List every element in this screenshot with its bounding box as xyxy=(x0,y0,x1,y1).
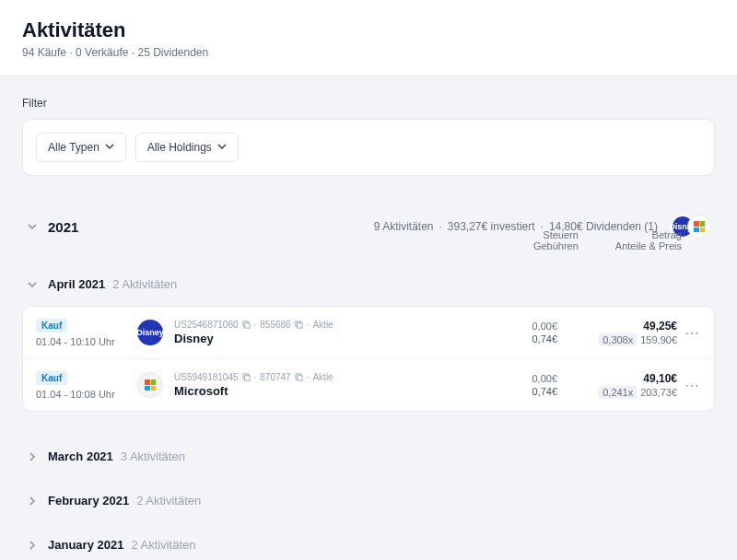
chevron-down-icon xyxy=(26,220,39,233)
copy-icon[interactable] xyxy=(242,321,251,329)
filter-panel: Alle Typen Alle Holdings xyxy=(22,119,715,176)
month-header-february[interactable]: February 2021 2 Aktivitäten xyxy=(22,478,715,522)
activity-tax-fee: 0,00€ 0,74€ xyxy=(484,373,557,397)
activity-type-badge: Kauf xyxy=(36,371,67,385)
microsoft-logo-icon xyxy=(137,372,163,398)
activity-type-badge: Kauf xyxy=(36,319,67,332)
chevron-down-icon xyxy=(105,141,114,154)
activity-amount: 49,10€ 0,241x203,73€ xyxy=(557,372,677,398)
more-actions-button[interactable]: ⋯ xyxy=(683,324,701,342)
year-title: 2021 xyxy=(48,219,78,235)
more-actions-button[interactable]: ⋯ xyxy=(683,377,701,394)
filter-types-dropdown[interactable]: Alle Typen xyxy=(36,133,126,162)
chevron-down-icon xyxy=(217,141,227,154)
month-header-january[interactable]: January 2021 2 Aktivitäten xyxy=(22,522,715,560)
svg-rect-5 xyxy=(244,376,249,380)
page-header: Aktivitäten 94 Käufe · 0 Verkäufe · 25 D… xyxy=(0,0,737,76)
copy-icon[interactable] xyxy=(295,321,303,329)
header-summary: 94 Käufe · 0 Verkäufe · 25 Dividenden xyxy=(22,46,715,59)
activity-row[interactable]: Kauf 01.04 - 10:08 Uhr US5949181045 · 87… xyxy=(23,358,714,411)
month-header-march[interactable]: March 2021 3 Aktivitäten xyxy=(22,434,715,478)
activity-name: Disney xyxy=(174,332,484,345)
svg-rect-3 xyxy=(297,323,301,328)
activity-name: Microsoft xyxy=(174,384,484,398)
activity-date: 01.04 - 10:10 Uhr xyxy=(36,336,137,347)
activity-row[interactable]: Kauf 01.04 - 10:10 Uhr Disney US25468710… xyxy=(23,307,714,358)
activity-meta: US5949181045 · 870747 · Aktie xyxy=(174,372,484,382)
filter-holdings-dropdown[interactable]: Alle Holdings xyxy=(135,133,239,162)
activity-list: Kauf 01.04 - 10:10 Uhr Disney US25468710… xyxy=(22,306,715,412)
chevron-right-icon xyxy=(26,450,39,463)
copy-icon[interactable] xyxy=(242,373,251,381)
microsoft-logo-icon xyxy=(687,215,711,239)
activity-meta: US2546871060 · 855686 · Aktie xyxy=(174,320,484,330)
month-header-april[interactable]: April 2021 2 Aktivitäten xyxy=(22,268,715,300)
chevron-down-icon xyxy=(26,278,39,291)
svg-rect-1 xyxy=(244,323,249,328)
chevron-right-icon xyxy=(26,539,39,552)
svg-rect-7 xyxy=(297,376,301,380)
activity-tax-fee: 0,00€ 0,74€ xyxy=(484,321,557,344)
copy-icon[interactable] xyxy=(295,373,303,381)
activity-date: 01.04 - 10:08 Uhr xyxy=(36,389,137,400)
page-title: Aktivitäten xyxy=(22,18,715,42)
activity-amount: 49,25€ 0,308x159,90€ xyxy=(557,320,677,345)
chevron-right-icon xyxy=(26,495,39,508)
disney-logo-icon: Disney xyxy=(137,320,163,345)
filter-label: Filter xyxy=(22,97,715,110)
